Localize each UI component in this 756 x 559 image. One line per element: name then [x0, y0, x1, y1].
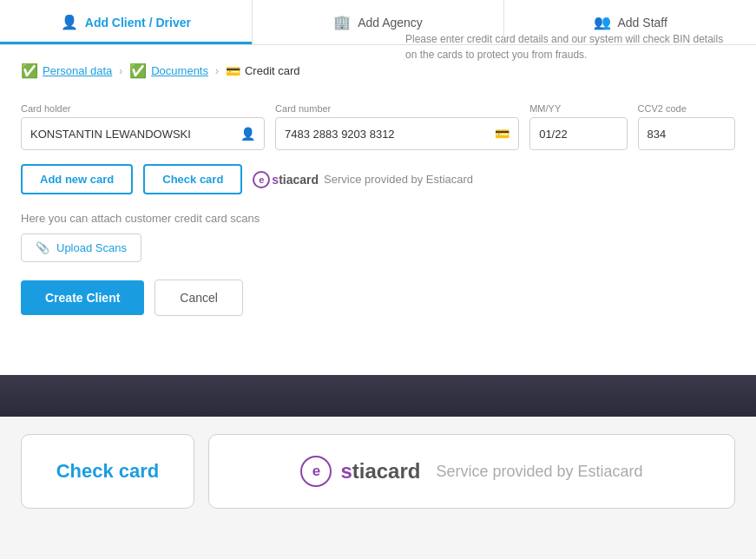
cancel-button[interactable]: Cancel	[154, 280, 243, 316]
nav-add-staff[interactable]: 👥 Add Staff	[504, 0, 756, 44]
credit-card-icon: 💳	[226, 64, 240, 78]
estia-service-label: Service provided by Estiacard	[324, 173, 473, 186]
top-navigation: 👤 Add Client / Driver 🏢 Add Agency 👥 Add…	[0, 0, 756, 45]
ccv-input[interactable]	[648, 128, 726, 141]
estiacard-logo: e stiacard	[253, 171, 319, 188]
card-holder-input-wrapper: 👤	[21, 117, 265, 150]
sep1: ›	[119, 65, 122, 77]
upload-label: Here you can attach customer credit card…	[21, 212, 735, 225]
dark-divider	[0, 375, 756, 417]
card-holder-label: Card holder	[21, 103, 265, 114]
nav-add-agency-label: Add Agency	[358, 16, 423, 30]
nav-add-staff-label: Add Staff	[618, 16, 667, 30]
staff-icon: 👥	[594, 14, 611, 30]
client-icon: 👤	[61, 14, 78, 30]
card-holder-input[interactable]	[30, 128, 240, 141]
form-area: ✅ Personal data › ✅ Documents › 💳 Credit…	[0, 45, 756, 375]
step-credit: 💳 Credit card	[226, 64, 300, 78]
ccv-input-wrapper	[638, 117, 735, 150]
check-documents-icon: ✅	[129, 62, 147, 79]
step-documents-link[interactable]: Documents	[151, 64, 208, 77]
estia-circle-icon: e	[253, 171, 270, 188]
upload-scans-label: Upload Scans	[56, 241, 127, 254]
check-card-button[interactable]: Check card	[143, 164, 242, 194]
bottom-highlight-section: Check card e stiacard Service provided b…	[0, 417, 756, 526]
expiry-input-wrapper	[529, 117, 627, 150]
card-number-group: Card number 💳	[275, 103, 519, 150]
card-form-row: Card holder 👤 Card number 💳 MM/YY CCV2 c…	[21, 103, 735, 150]
estiacard-large-logo: e stiacard Service provided by Estiacard	[300, 456, 642, 487]
bottom-estiacard-box: e stiacard Service provided by Estiacard	[208, 434, 735, 509]
expiry-input[interactable]	[539, 128, 617, 141]
bottom-check-card-label: Check card	[56, 460, 160, 483]
form-action-row: Create Client Cancel	[21, 280, 735, 316]
estia-name: stiacard	[272, 173, 319, 187]
nav-add-client[interactable]: 👤 Add Client / Driver	[0, 0, 253, 44]
person-icon: 👤	[240, 127, 255, 141]
card-number-input-wrapper: 💳	[275, 117, 519, 150]
estia-large-circle-icon: e	[300, 456, 332, 487]
expiry-label: MM/YY	[529, 103, 627, 114]
estia-large-name: stiacard	[340, 459, 420, 483]
bottom-check-card-box: Check card	[21, 434, 194, 509]
create-client-button[interactable]: Create Client	[21, 280, 144, 315]
upload-icon: 📎	[36, 241, 49, 254]
ccv-label: CCV2 code	[638, 103, 735, 114]
check-personal-icon: ✅	[21, 62, 38, 79]
step-credit-label: Credit card	[245, 64, 300, 77]
card-holder-group: Card holder 👤	[21, 103, 265, 150]
upload-section: Here you can attach customer credit card…	[21, 212, 735, 262]
upload-scans-button[interactable]: 📎 Upload Scans	[21, 233, 141, 262]
expiry-group: MM/YY	[529, 103, 627, 150]
card-number-label: Card number	[275, 103, 519, 114]
ccv-group: CCV2 code	[638, 103, 735, 150]
step-personal: ✅ Personal data	[21, 62, 112, 79]
step-personal-link[interactable]: Personal data	[43, 64, 112, 77]
card-icon: 💳	[495, 127, 509, 141]
step-documents: ✅ Documents	[129, 62, 208, 79]
nav-add-agency[interactable]: 🏢 Add Agency	[253, 0, 505, 44]
card-number-input[interactable]	[285, 128, 495, 141]
card-action-row: Add new card Check card e stiacard Servi…	[21, 164, 735, 194]
estia-large-service-text: Service provided by Estiacard	[436, 463, 642, 481]
add-new-card-button[interactable]: Add new card	[21, 164, 133, 194]
agency-icon: 🏢	[333, 14, 351, 30]
nav-add-client-label: Add Client / Driver	[85, 16, 191, 30]
estiacard-badge: e stiacard Service provided by Estiacard	[253, 171, 473, 188]
sep2: ›	[215, 65, 219, 77]
steps-breadcrumb: ✅ Personal data › ✅ Documents › 💳 Credit…	[21, 62, 300, 79]
